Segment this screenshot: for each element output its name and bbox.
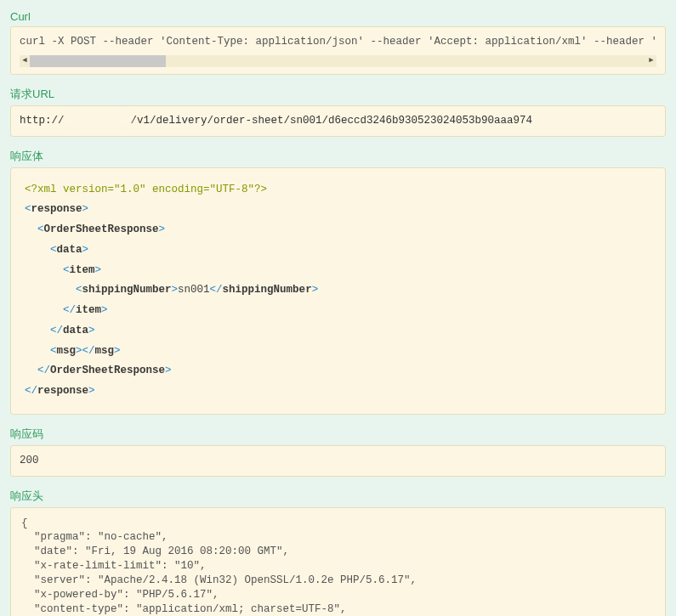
xml-line: <OrderSheetResponse> [25, 220, 651, 240]
xml-line: </data> [25, 321, 651, 342]
response-code-box[interactable]: 200 [10, 445, 666, 477]
response-headers-label: 响应头 [5, 483, 671, 507]
curl-command[interactable]: curl -X POST --header 'Content-Type: app… [20, 34, 656, 54]
header-line: { [21, 517, 655, 531]
curl-scrollbar[interactable]: ◀ ▶ [20, 55, 656, 67]
url-suffix: /v1/delivery/order-sheet/sn001/d6eccd324… [131, 115, 533, 127]
curl-label: Curl [5, 5, 671, 26]
header-line: "content-type": "application/xml; charse… [21, 602, 655, 616]
xml-line: <data> [25, 240, 651, 261]
xml-line: </OrderSheetResponse> [25, 361, 651, 381]
url-prefix: http:// [20, 115, 65, 127]
scroll-thumb[interactable] [30, 55, 166, 67]
xml-line: <response> [25, 200, 651, 220]
xml-line: <item> [25, 261, 651, 281]
scroll-left-icon[interactable]: ◀ [20, 55, 30, 67]
response-code-label: 响应码 [5, 421, 671, 445]
response-body-label: 响应体 [5, 144, 671, 167]
header-line: "x-powered-by": "PHP/5.6.17", [21, 588, 655, 602]
header-line: "x-rate-limit-limit": "10", [21, 559, 655, 574]
xml-line: <shippingNumber>sn001</shippingNumber> [25, 280, 651, 301]
header-line: "date": "Fri, 19 Aug 2016 08:20:00 GMT", [21, 545, 655, 559]
header-line: "pragma": "no-cache", [21, 530, 655, 545]
scroll-track[interactable] [30, 55, 646, 67]
response-headers-box[interactable]: { "pragma": "no-cache", "date": "Fri, 19… [10, 507, 666, 617]
response-body-box[interactable]: <?xml version="1.0" encoding="UTF-8"?><r… [10, 167, 666, 415]
xml-line: </item> [25, 301, 651, 321]
xml-declaration: <?xml version="1.0" encoding="UTF-8"?> [25, 180, 651, 201]
curl-box: curl -X POST --header 'Content-Type: app… [10, 26, 666, 75]
request-url-label: 请求URL [5, 82, 671, 105]
xml-line: </response> [25, 381, 651, 402]
header-line: "server": "Apache/2.4.18 (Win32) OpenSSL… [21, 574, 655, 588]
request-url-box[interactable]: http:///v1/delivery/order-sheet/sn001/d6… [10, 105, 666, 137]
xml-line: <msg></msg> [25, 342, 651, 362]
url-redacted-host [65, 115, 131, 125]
scroll-right-icon[interactable]: ▶ [646, 55, 656, 67]
